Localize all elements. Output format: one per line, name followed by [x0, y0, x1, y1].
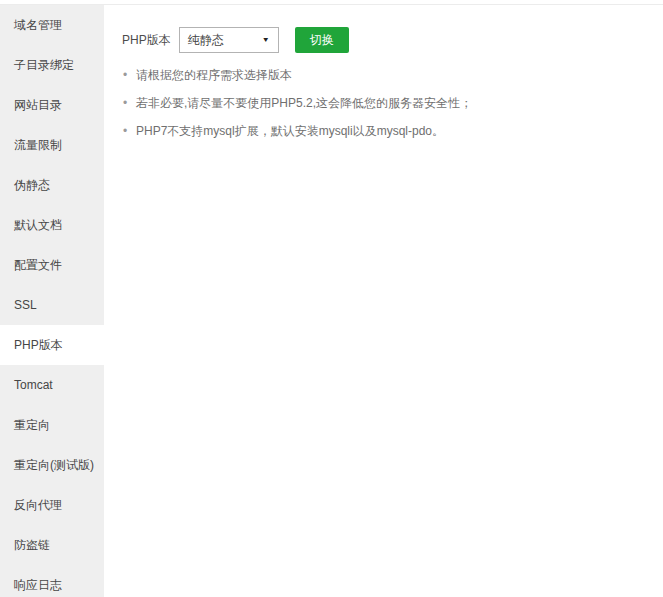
- sidebar-item[interactable]: 默认文档: [0, 205, 104, 245]
- sidebar-item[interactable]: 域名管理: [0, 5, 104, 45]
- sidebar-item[interactable]: 伪静态: [0, 165, 104, 205]
- sidebar-item[interactable]: 重定向: [0, 405, 104, 445]
- chevron-down-icon: ▼: [262, 36, 270, 43]
- sidebar-item[interactable]: Tomcat: [0, 365, 104, 405]
- sidebar-item[interactable]: 响应日志: [0, 565, 104, 597]
- switch-button[interactable]: 切换: [295, 27, 349, 53]
- sidebar-item[interactable]: 流量限制: [0, 125, 104, 165]
- tips-list: 请根据您的程序需求选择版本若非必要,请尽量不要使用PHP5.2,这会降低您的服务…: [122, 61, 643, 145]
- sidebar-item[interactable]: 重定向(测试版): [0, 445, 104, 485]
- sidebar-item[interactable]: 防盗链: [0, 525, 104, 565]
- php-version-select[interactable]: 纯静态 ▼: [179, 27, 279, 53]
- tip-item: 若非必要,请尽量不要使用PHP5.2,这会降低您的服务器安全性；: [122, 89, 643, 117]
- php-version-form-row: PHP版本 纯静态 ▼ 切换: [122, 27, 643, 53]
- sidebar-item[interactable]: 子目录绑定: [0, 45, 104, 85]
- sidebar-item[interactable]: 配置文件: [0, 245, 104, 285]
- tip-item: 请根据您的程序需求选择版本: [122, 61, 643, 89]
- php-version-label: PHP版本: [122, 32, 171, 49]
- php-version-select-value: 纯静态: [188, 32, 224, 49]
- sidebar-item[interactable]: PHP版本: [0, 325, 104, 365]
- sidebar-item[interactable]: 反向代理: [0, 485, 104, 525]
- sidebar: 域名管理子目录绑定网站目录流量限制伪静态默认文档配置文件SSLPHP版本Tomc…: [0, 5, 104, 597]
- sidebar-item[interactable]: SSL: [0, 285, 104, 325]
- tip-item: PHP7不支持mysql扩展，默认安装mysqli以及mysql-pdo。: [122, 117, 643, 145]
- sidebar-item[interactable]: 网站目录: [0, 85, 104, 125]
- php-version-panel: PHP版本 纯静态 ▼ 切换 请根据您的程序需求选择版本若非必要,请尽量不要使用…: [104, 5, 663, 597]
